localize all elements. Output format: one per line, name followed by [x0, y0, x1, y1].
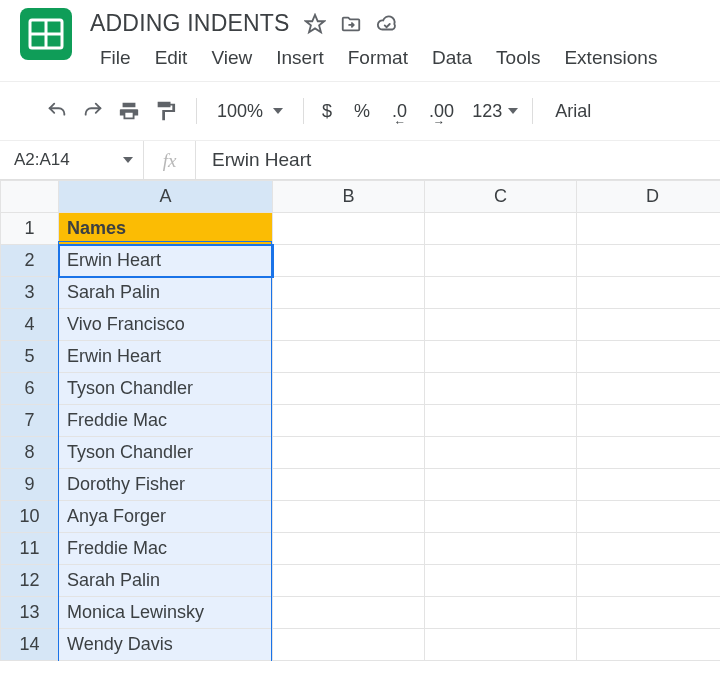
cell-a6[interactable]: Tyson Chandler: [59, 373, 273, 405]
menu-view[interactable]: View: [201, 45, 262, 71]
format-percent-button[interactable]: %: [350, 99, 374, 124]
menu-edit[interactable]: Edit: [145, 45, 198, 71]
cell-a12[interactable]: Sarah Palin: [59, 565, 273, 597]
cell[interactable]: [577, 309, 721, 341]
menu-data[interactable]: Data: [422, 45, 482, 71]
menu-insert[interactable]: Insert: [266, 45, 334, 71]
cell[interactable]: [577, 277, 721, 309]
cell[interactable]: [273, 597, 425, 629]
cell[interactable]: [273, 405, 425, 437]
cell[interactable]: [425, 533, 577, 565]
formula-bar-input[interactable]: Erwin Heart: [196, 149, 720, 171]
cell-a11[interactable]: Freddie Mac: [59, 533, 273, 565]
sheets-logo[interactable]: [20, 8, 72, 60]
column-header-b[interactable]: B: [273, 181, 425, 213]
menu-extensions[interactable]: Extensions: [554, 45, 667, 71]
cell[interactable]: [425, 309, 577, 341]
cell[interactable]: [425, 629, 577, 661]
more-formats-dropdown[interactable]: 123: [472, 101, 518, 122]
cell[interactable]: [425, 277, 577, 309]
cell[interactable]: [577, 213, 721, 245]
cell-a3[interactable]: Sarah Palin: [59, 277, 273, 309]
undo-button[interactable]: [40, 96, 74, 126]
cell[interactable]: [425, 501, 577, 533]
cell-a8[interactable]: Tyson Chandler: [59, 437, 273, 469]
document-title[interactable]: ADDING INDENTS: [90, 10, 290, 37]
column-header-c[interactable]: C: [425, 181, 577, 213]
row-header[interactable]: 9: [1, 469, 59, 501]
row-header[interactable]: 7: [1, 405, 59, 437]
cell[interactable]: [273, 245, 425, 277]
cell[interactable]: [273, 277, 425, 309]
row-header[interactable]: 12: [1, 565, 59, 597]
row-header[interactable]: 10: [1, 501, 59, 533]
row-header[interactable]: 8: [1, 437, 59, 469]
menu-tools[interactable]: Tools: [486, 45, 550, 71]
cell[interactable]: [273, 437, 425, 469]
cell-a1[interactable]: Names: [59, 213, 273, 245]
cell-a13[interactable]: Monica Lewinsky: [59, 597, 273, 629]
cloud-status-icon[interactable]: [376, 13, 398, 35]
row-header[interactable]: 1: [1, 213, 59, 245]
cell[interactable]: [577, 469, 721, 501]
cell[interactable]: [425, 373, 577, 405]
cell[interactable]: [577, 437, 721, 469]
cell[interactable]: [273, 309, 425, 341]
cell-a14[interactable]: Wendy Davis: [59, 629, 273, 661]
column-header-a[interactable]: A: [59, 181, 273, 213]
cell[interactable]: [273, 533, 425, 565]
cell[interactable]: [425, 213, 577, 245]
paint-format-button[interactable]: [148, 96, 182, 126]
cell[interactable]: [273, 565, 425, 597]
decrease-decimals-button[interactable]: .0←: [388, 99, 411, 124]
spreadsheet-grid[interactable]: A B C D 1 Names 2 Erwin Heart 3 Sarah Pa…: [0, 180, 720, 661]
name-box[interactable]: A2:A14: [0, 141, 144, 179]
cell-a2[interactable]: Erwin Heart: [59, 245, 273, 277]
cell[interactable]: [425, 405, 577, 437]
print-button[interactable]: [112, 96, 146, 126]
increase-decimals-button[interactable]: .00→: [425, 99, 458, 124]
zoom-dropdown[interactable]: 100%: [211, 101, 289, 122]
redo-button[interactable]: [76, 96, 110, 126]
row-header[interactable]: 14: [1, 629, 59, 661]
cell[interactable]: [577, 341, 721, 373]
move-to-folder-icon[interactable]: [340, 13, 362, 35]
cell[interactable]: [425, 437, 577, 469]
row-header[interactable]: 5: [1, 341, 59, 373]
cell-a10[interactable]: Anya Forger: [59, 501, 273, 533]
cell[interactable]: [425, 469, 577, 501]
row-header[interactable]: 4: [1, 309, 59, 341]
cell[interactable]: [577, 373, 721, 405]
cell-a4[interactable]: Vivo Francisco: [59, 309, 273, 341]
menu-file[interactable]: File: [90, 45, 141, 71]
cell[interactable]: [577, 597, 721, 629]
cell[interactable]: [273, 501, 425, 533]
cell[interactable]: [425, 341, 577, 373]
cell[interactable]: [577, 245, 721, 277]
cell-a5[interactable]: Erwin Heart: [59, 341, 273, 373]
cell[interactable]: [273, 213, 425, 245]
row-header[interactable]: 11: [1, 533, 59, 565]
menu-format[interactable]: Format: [338, 45, 418, 71]
cell[interactable]: [425, 597, 577, 629]
cell[interactable]: [577, 565, 721, 597]
cell[interactable]: [273, 629, 425, 661]
cell[interactable]: [577, 501, 721, 533]
cell[interactable]: [273, 373, 425, 405]
cell[interactable]: [425, 565, 577, 597]
row-header[interactable]: 13: [1, 597, 59, 629]
cell-a7[interactable]: Freddie Mac: [59, 405, 273, 437]
cell[interactable]: [273, 341, 425, 373]
row-header[interactable]: 6: [1, 373, 59, 405]
cell[interactable]: [577, 629, 721, 661]
column-header-d[interactable]: D: [577, 181, 721, 213]
cell-a9[interactable]: Dorothy Fisher: [59, 469, 273, 501]
format-currency-button[interactable]: $: [318, 99, 336, 124]
cell[interactable]: [577, 533, 721, 565]
cell[interactable]: [273, 469, 425, 501]
cell[interactable]: [425, 245, 577, 277]
row-header[interactable]: 2: [1, 245, 59, 277]
cell[interactable]: [577, 405, 721, 437]
select-all-corner[interactable]: [1, 181, 59, 213]
row-header[interactable]: 3: [1, 277, 59, 309]
